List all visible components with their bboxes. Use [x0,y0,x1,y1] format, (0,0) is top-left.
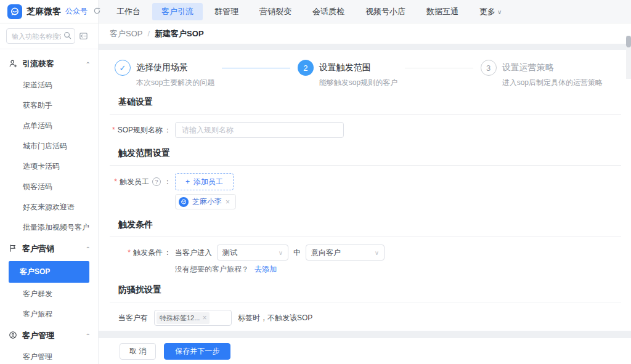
required-asterisk: * [112,126,115,134]
rule-name-input[interactable] [175,122,344,138]
sidebar-item-lock-customer-qr[interactable]: 锁客活码 [0,177,98,197]
exclude-tags-input[interactable]: 特殊标签12... × [154,310,232,326]
sidebar-menu: 引流获客 ⌃ 渠道活码 获客助手 点单活码 城市门店活码 选项卡活码 锁客活码 … [0,49,98,364]
staff-avatar [179,197,189,207]
collapse-panel-icon[interactable] [79,31,88,41]
collapse-caret-icon[interactable]: ⌃ [86,61,91,68]
sidebar-item-city-store-qr[interactable]: 城市门店活码 [0,136,98,156]
official-account-badge[interactable]: 公众号 [65,6,88,17]
scrollbar-thumb[interactable] [626,36,631,47]
user-add-icon [9,59,17,70]
collapse-caret-icon[interactable]: ⌃ [86,333,91,339]
step-2-desc: 能够触发sop规则的客户 [319,78,397,88]
nav-item-group-management[interactable]: 群管理 [205,3,248,20]
step-1-choose-scene: ✓ 选择使用场景 本次sop主要解决的问题 [115,60,214,88]
sidebar: 引流获客 ⌃ 渠道活码 获客助手 点单活码 城市门店活码 选项卡活码 锁客活码 … [0,23,99,364]
chevron-down-icon: ∨ [375,249,379,256]
nav-item-channels-shop[interactable]: 视频号小店 [356,3,415,20]
trigger-staff-row: * 触发员工 ? ： + 添加员工 [110,173,621,190]
sidebar-item-channel-qr[interactable]: 渠道活码 [0,75,98,95]
section-antiharass-title: 防骚扰设置 [118,285,621,296]
step-1-desc: 本次sop主要解决的问题 [136,78,214,88]
help-icon[interactable]: ? [152,177,161,186]
sidebar-item-customer-broadcast[interactable]: 客户群发 [0,284,98,304]
section-basic-settings-title: 基础设置 [118,97,621,108]
step-connector-pending [405,68,473,68]
search-box [6,28,75,44]
add-staff-button[interactable]: + 添加员工 [175,173,234,190]
stage-select-value: 意向客户 [311,248,341,258]
sidebar-item-customer-sop[interactable]: 客户SOP [9,261,89,283]
collapse-caret-icon[interactable]: ⌃ [86,246,91,253]
footer-action-bar: 取 消 保存并下一步 [99,338,631,364]
step-2-number: 2 [298,60,314,76]
rule-name-row: * SOP规则名称： [110,122,621,138]
remove-tag-icon[interactable]: × [202,313,206,322]
trigger-condition-label: * 触发条件： [110,248,171,258]
staff-tag-name: 芝麻小李 [192,196,222,207]
sidebar-item-customer-journey[interactable]: 客户旅程 [0,304,98,325]
add-journey-link[interactable]: 去添加 [254,265,277,273]
sidebar-item-batch-add-channels-customers[interactable]: 批量添加视频号客户 [0,217,98,238]
journey-hint-row: 没有想要的客户旅程？ 去添加 [175,264,621,275]
condition-middle-text: 中 [293,248,301,258]
nav-item-customer-acquisition[interactable]: 客户引流 [152,3,203,20]
rule-name-label: * SOP规则名称： [110,125,171,135]
antiharass-row: 当客户有 特殊标签12... × 标签时，不触发该SOP [118,310,621,326]
sidebar-item-order-qr[interactable]: 点单活码 [0,116,98,136]
nav-item-chat-inspection[interactable]: 会话质检 [303,3,354,20]
journey-select[interactable]: 测试 ∨ [217,245,288,261]
section-trigger-range-title: 触发范围设置 [118,148,621,159]
exclude-tag: 特殊标签12... × [157,312,210,324]
form-card: ✓ 选择使用场景 本次sop主要解决的问题 2 设置触发范围 能够触发sop规则… [99,50,631,331]
section-trigger-condition-title: 触发条件 [118,219,621,230]
section-divider [110,165,621,166]
brand-name: 芝麻微客 [26,6,61,17]
section-divider [110,302,621,302]
cancel-button[interactable]: 取 消 [120,343,156,360]
sidebar-item-tab-qr[interactable]: 选项卡活码 [0,156,98,177]
stage-select[interactable]: 意向客户 ∨ [306,245,385,261]
nav-item-workbench[interactable]: 工作台 [107,3,150,20]
sidebar-section-marketing[interactable]: 客户营销 ⌃ [0,238,98,260]
search-icon[interactable] [63,31,71,41]
plus-icon: + [185,177,190,186]
user-manage-icon [9,331,17,341]
required-asterisk: * [114,177,117,186]
app-logo-icon [7,4,22,19]
step-2-trigger-range: 2 设置触发范围 能够触发sop规则的客户 [298,60,397,88]
step-3-operation-strategy: 3 设置运营策略 进入sop后制定具体的运营策略 [481,60,603,88]
required-asterisk: * [128,248,131,257]
flag-icon [9,244,17,254]
condition-prefix-text: 当客户进入 [175,248,212,258]
step-3-number: 3 [481,60,497,76]
antiharass-suffix-text: 标签时，不触发该SOP [238,313,312,323]
sidebar-section-management[interactable]: 客户管理 ⌃ [0,325,98,347]
body: 引流获客 ⌃ 渠道活码 获客助手 点单活码 城市门店活码 选项卡活码 锁客活码 … [0,23,631,364]
primary-nav: 工作台 客户引流 群管理 营销裂变 会话质检 视频号小店 数据互通 更多∨ [99,0,631,23]
chevron-down-icon: ∨ [497,9,502,15]
section-divider [110,114,621,115]
nav-item-more[interactable]: 更多∨ [470,3,511,20]
step-2-title: 设置触发范围 [319,60,397,73]
remove-staff-icon[interactable]: × [226,198,230,206]
sidebar-search-row [0,23,98,49]
sidebar-item-acquisition-assistant[interactable]: 获客助手 [0,95,98,116]
nav-item-marketing-fission[interactable]: 营销裂变 [250,3,301,20]
nav-item-data-interop[interactable]: 数据互通 [417,3,468,20]
stepper: ✓ 选择使用场景 本次sop主要解决的问题 2 设置触发范围 能够触发sop规则… [115,60,603,88]
top-navbar: 芝麻微客 公众号 工作台 客户引流 群管理 营销裂变 会话质检 视频号小店 数据… [0,0,631,23]
journey-hint-text: 没有想要的客户旅程？ [175,265,249,273]
save-next-button[interactable]: 保存并下一步 [164,343,230,360]
main-area: 客户SOP / 新建客户SOP ✓ 选择使用场景 本次sop主要解决的问题 [99,23,631,364]
sidebar-item-customer-management[interactable]: 客户管理 [0,347,98,364]
antiharass-prefix-text: 当客户有 [118,313,148,323]
trigger-staff-label: * 触发员工 ? ： [110,177,171,187]
breadcrumb-parent[interactable]: 客户SOP [110,28,142,39]
trigger-condition-row: * 触发条件： 当客户进入 测试 ∨ 中 意向客户 ∨ [110,245,621,261]
breadcrumb: 客户SOP / 新建客户SOP [99,23,631,44]
app-window: 芝麻微客 公众号 工作台 客户引流 群管理 营销裂变 会话质检 视频号小店 数据… [0,0,631,364]
sidebar-section-acquisition[interactable]: 引流获客 ⌃ [0,53,98,75]
sidebar-item-friend-source-welcome[interactable]: 好友来源欢迎语 [0,197,98,217]
chevron-down-icon: ∨ [279,249,283,256]
